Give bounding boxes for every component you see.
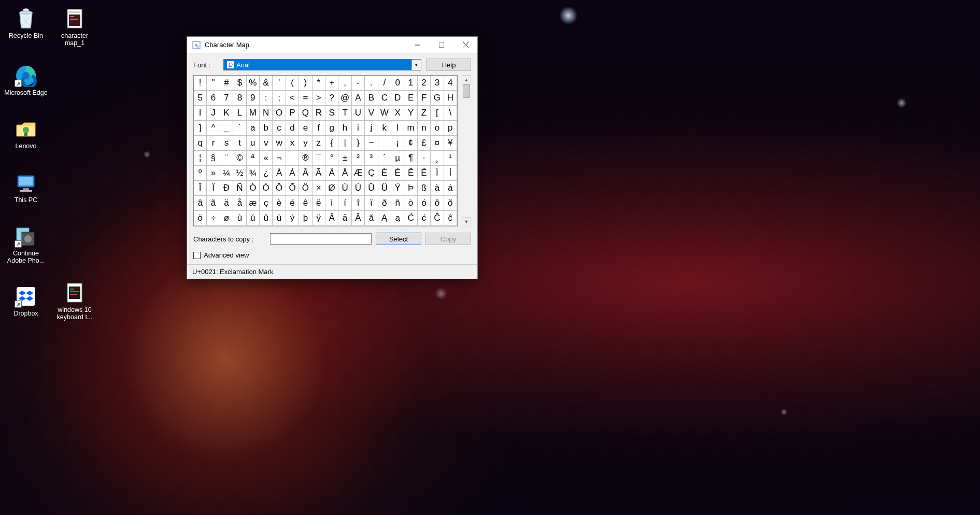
char-cell[interactable]: ý [286,211,299,226]
grid-scrollbar[interactable]: ▲ ▼ [462,75,471,226]
char-cell[interactable]: » [207,166,220,181]
char-cell[interactable]: ~ [365,136,378,151]
char-cell[interactable]: ä [220,196,233,211]
font-select[interactable]: O Arial ▾ [223,59,421,70]
char-cell[interactable]: l [391,121,404,136]
char-cell[interactable]: ¹ [444,151,457,166]
char-cell[interactable]: ¡ [391,136,404,151]
close-button[interactable] [453,37,477,53]
char-cell[interactable]: P [286,106,299,121]
char-cell[interactable]: Ă [352,211,365,226]
char-cell[interactable]: Ó [260,181,273,196]
char-cell[interactable]: Ù [338,181,351,196]
char-cell[interactable]: J [207,106,220,121]
char-cell[interactable]: È [378,166,391,181]
char-cell[interactable]: { [325,136,338,151]
char-cell[interactable]: ± [338,151,351,166]
char-cell[interactable]: y [299,136,312,151]
char-cell[interactable]: ô [431,196,444,211]
char-cell[interactable]: % [247,76,260,91]
char-cell[interactable]: 4 [444,76,457,91]
char-cell[interactable]: õ [444,196,457,211]
desktop-icon-this-pc[interactable]: This PC [3,168,49,205]
char-cell[interactable]: ¦ [194,151,207,166]
desktop-icon-charmap-doc[interactable]: character map_1 [52,4,97,48]
char-cell[interactable]: D [391,91,404,106]
char-cell[interactable]: À [273,166,286,181]
character-grid[interactable]: !"#$%&'()*+,-./0123456789:;<=>?@ABCDEFGH… [193,75,458,226]
char-cell[interactable]: u [247,136,260,151]
char-cell[interactable]: m [404,121,417,136]
desktop-icon-recycle-bin[interactable]: Recycle Bin [3,4,49,40]
char-cell[interactable]: ` [233,121,246,136]
char-cell[interactable]: Ą [378,211,391,226]
char-cell[interactable]: ñ [391,196,404,211]
char-cell[interactable]: p [444,121,457,136]
char-cell[interactable]: 3 [431,76,444,91]
char-cell[interactable]: W [378,106,391,121]
char-cell[interactable]: ÿ [313,211,325,226]
char-cell[interactable]: £ [418,136,431,151]
char-cell[interactable]: R [313,106,325,121]
char-cell[interactable]: F [418,91,431,106]
char-cell[interactable]: S [325,106,338,121]
char-cell[interactable]: ® [299,151,312,166]
char-cell[interactable]: n [418,121,431,136]
char-cell[interactable]: ā [338,211,351,226]
char-cell[interactable]: 5 [194,91,207,106]
char-cell[interactable]: - [352,76,365,91]
advanced-view-checkbox[interactable] [193,252,201,259]
char-cell[interactable]: © [233,151,246,166]
char-cell[interactable]: X [391,106,404,121]
desktop-icon-dropbox[interactable]: ↗ Dropbox [3,282,49,318]
char-cell[interactable]: Z [418,106,431,121]
char-cell[interactable]: : [260,91,273,106]
char-cell[interactable]: Ĉ [431,211,444,226]
char-cell[interactable]: ¬ [273,151,286,166]
char-cell[interactable]: 0 [391,76,404,91]
char-cell[interactable]: H [444,91,457,106]
char-cell[interactable]: 8 [233,91,246,106]
char-cell[interactable]: } [352,136,365,151]
titlebar[interactable]: Aη Character Map [187,37,477,53]
char-cell[interactable]: ă [365,211,378,226]
char-cell[interactable]: þ [299,211,312,226]
char-cell[interactable]: j [365,121,378,136]
char-cell[interactable]: ø [220,211,233,226]
char-cell[interactable]: ­ [286,151,299,166]
char-cell[interactable]: b [260,121,273,136]
char-cell[interactable]: 1 [404,76,417,91]
char-cell[interactable]: á [444,181,457,196]
char-cell[interactable]: § [207,151,220,166]
char-cell[interactable]: k [378,121,391,136]
char-cell[interactable]: x [286,136,299,151]
char-cell[interactable]: Ì [431,166,444,181]
char-cell[interactable]: ú [247,211,260,226]
char-cell[interactable]: q [194,136,207,151]
char-cell[interactable]: ¿ [260,166,273,181]
char-cell[interactable]: U [352,106,365,121]
char-cell[interactable]: ć [418,211,431,226]
char-cell[interactable]: ; [273,91,286,106]
desktop-icon-edge[interactable]: ↗ Microsoft Edge [3,61,49,97]
char-cell[interactable]: ¶ [404,151,417,166]
char-cell[interactable]: Ë [418,166,431,181]
char-cell[interactable]: K [220,106,233,121]
char-cell[interactable]: L [233,106,246,121]
char-cell[interactable]: Ö [299,181,312,196]
scroll-down-icon[interactable]: ▼ [462,217,471,226]
chevron-down-icon[interactable]: ▾ [411,60,421,70]
char-cell[interactable]: Ø [325,181,338,196]
char-cell[interactable]: É [391,166,404,181]
char-cell[interactable]: a [247,121,260,136]
char-cell[interactable]: Ā [325,211,338,226]
char-cell[interactable]: é [286,196,299,211]
char-cell[interactable]: " [207,76,220,91]
char-cell[interactable]: ^ [207,121,220,136]
char-cell[interactable]: · [418,151,431,166]
char-cell[interactable]: ß [418,181,431,196]
char-cell[interactable]: N [260,106,273,121]
char-cell[interactable]: ª [247,151,260,166]
char-cell[interactable]: $ [233,76,246,91]
char-cell[interactable]: ? [325,91,338,106]
